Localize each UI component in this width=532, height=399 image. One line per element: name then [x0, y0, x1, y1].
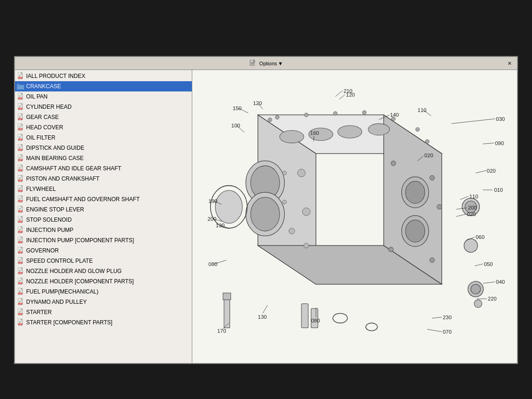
svg-text:PDF: PDF: [18, 118, 23, 120]
sidebar-item-nozzle-holder-component[interactable]: PDF NOZZLE HOLDER [COMPONENT PARTS]: [15, 276, 192, 287]
sidebar-item-stop-solenoid[interactable]: PDF STOP SOLENOID: [15, 215, 192, 225]
svg-text:010: 010: [494, 187, 503, 193]
svg-text:PDF: PDF: [18, 107, 23, 110]
pdf-icon: PDF: [17, 144, 24, 152]
close-button[interactable]: ×: [506, 60, 513, 67]
folder-icon: [17, 83, 24, 90]
pdf-icon: PDF: [17, 319, 24, 326]
svg-text:PDF: PDF: [18, 241, 23, 244]
sidebar-item-head-cover[interactable]: PDF HEAD COVER: [15, 122, 192, 133]
sidebar-item-oil-filter[interactable]: PDF OIL FILTER: [15, 133, 192, 143]
svg-text:PDF: PDF: [18, 302, 23, 305]
svg-line-184: [483, 282, 495, 283]
svg-point-132: [368, 124, 390, 135]
svg-rect-32: [19, 137, 21, 138]
pdf-icon: PDF: [17, 113, 24, 121]
svg-line-178: [456, 214, 466, 217]
sidebar-list[interactable]: PDF IALL PRODUCT INDEX CRANKCASE PDF OIL…: [15, 70, 192, 363]
svg-text:220: 220: [488, 296, 497, 301]
svg-point-166: [333, 313, 347, 323]
svg-rect-22: [19, 117, 21, 117]
svg-rect-82: [19, 240, 21, 240]
title-bar: Options ▼ ×: [15, 57, 517, 70]
svg-text:020: 020: [487, 168, 496, 174]
svg-rect-62: [19, 199, 21, 199]
sidebar-item-flywheel[interactable]: PDF FLYWHEEL: [15, 184, 192, 194]
sidebar-item-dynamo-pulley[interactable]: PDF DYNAMO AND PULLEY: [15, 297, 192, 307]
title-bar-content: Options ▼: [249, 60, 283, 67]
svg-text:110: 110: [418, 107, 427, 113]
svg-text:130: 130: [216, 223, 224, 228]
sidebar-item-starter-component[interactable]: PDF STARTER [COMPONENT PARTS]: [15, 317, 192, 328]
sidebar-item-governor[interactable]: PDF GOVERNOR: [15, 245, 192, 256]
sidebar-item-cylinder-head[interactable]: PDF CYLINDER HEAD: [15, 102, 192, 112]
sidebar-item-oil-pan[interactable]: PDF OIL PAN: [15, 91, 192, 102]
svg-text:140: 140: [390, 112, 399, 118]
sidebar-item-gear-case[interactable]: PDF GEAR CASE: [15, 112, 192, 122]
sidebar-item-dipstick-guide[interactable]: PDF DIPSTICK AND GUIDE: [15, 143, 192, 153]
diagram-area: text.label { font-size: 11px; font-famil…: [192, 70, 517, 363]
svg-rect-52: [19, 178, 21, 179]
sidebar-item-piston-crankshaft[interactable]: PDF PISTON AND CRANKSHAFT: [15, 174, 192, 184]
svg-text:030: 030: [496, 116, 505, 122]
svg-text:100: 100: [231, 123, 240, 128]
sidebar-item-fuel-camshaft-governor[interactable]: PDF FUEL CAMSHAFT AND GOVERNOR SHAFT: [15, 194, 192, 204]
sidebar-item-label: CRANKCASE: [26, 83, 61, 90]
sidebar-item-label: GOVERNOR: [26, 247, 59, 254]
svg-point-134: [275, 115, 279, 119]
document-icon: [249, 60, 257, 67]
svg-line-210: [263, 305, 267, 314]
sidebar-item-starter[interactable]: PDF STARTER: [15, 307, 192, 317]
svg-rect-163: [223, 293, 231, 300]
svg-rect-66: [19, 208, 21, 209]
sidebar-item-main-bearing-case[interactable]: PDF MAIN BEARING CASE: [15, 153, 192, 163]
options-button[interactable]: Options ▼: [259, 61, 283, 66]
svg-text:110: 110: [469, 194, 478, 199]
sidebar-item-fuel-pump-mechanical[interactable]: PDF FUEL PUMP(MECHANICAL): [15, 287, 192, 297]
svg-rect-1: [251, 62, 254, 63]
dropdown-arrow-icon: ▼: [278, 61, 283, 66]
sidebar-item-label: MAIN BEARING CASE: [26, 155, 84, 161]
sidebar-item-label: STARTER [COMPONENT PARTS]: [26, 319, 112, 326]
pdf-icon: PDF: [17, 237, 24, 244]
svg-point-152: [430, 258, 434, 262]
svg-rect-92: [19, 260, 21, 261]
sidebar-item-nozzle-holder-glow-plug[interactable]: PDF NOZZLE HOLDER AND GLOW PLUG: [15, 266, 192, 276]
svg-rect-6: [19, 76, 21, 76]
pdf-icon: PDF: [17, 308, 24, 316]
svg-point-136: [333, 112, 337, 115]
sidebar-item-label: DIPSTICK AND GUIDE: [26, 145, 84, 151]
svg-text:PDF: PDF: [18, 179, 23, 182]
svg-point-149: [391, 161, 396, 166]
svg-text:210: 210: [343, 88, 352, 94]
sidebar-item-engine-stop-lever[interactable]: PDF ENGINE STOP LEVER: [15, 204, 192, 215]
sidebar-item-label: NOZZLE HOLDER AND GLOW PLUG: [26, 268, 122, 274]
sidebar-item-label: SPEED CONTROL PLATE: [26, 258, 93, 264]
svg-text:090: 090: [495, 140, 504, 146]
svg-text:020: 020: [467, 211, 476, 217]
sidebar-item-crankcase[interactable]: CRANKCASE: [15, 81, 192, 91]
svg-text:PDF: PDF: [18, 200, 23, 203]
svg-point-159: [282, 200, 286, 204]
svg-rect-36: [19, 147, 21, 147]
sidebar-item-injection-pump[interactable]: PDF INJECTION PUMP: [15, 225, 192, 235]
svg-point-158: [282, 171, 286, 175]
pdf-icon: PDF: [17, 165, 24, 172]
sidebar-item-speed-control-plate[interactable]: PDF SPEED CONTROL PLATE: [15, 256, 192, 266]
svg-text:170: 170: [217, 328, 226, 334]
svg-text:150: 150: [233, 105, 242, 111]
sidebar-item-label: OIL PAN: [26, 93, 48, 100]
sidebar-item-all-product-index[interactable]: PDF IALL PRODUCT INDEX: [15, 71, 192, 81]
svg-text:PDF: PDF: [18, 272, 23, 274]
sidebar-item-camshaft-idle-gear[interactable]: PDF CAMSHAFT AND IDLE GEAR SHAFT: [15, 163, 192, 174]
svg-point-157: [304, 243, 308, 248]
svg-rect-47: [19, 168, 21, 168]
svg-line-190: [427, 329, 442, 332]
svg-text:PDF: PDF: [18, 97, 23, 100]
sidebar-item-label: INJECTION PUMP [COMPONENT PARTS]: [26, 237, 134, 244]
svg-rect-3: [251, 64, 253, 64]
svg-text:PDF: PDF: [18, 220, 23, 223]
svg-text:200: 200: [468, 205, 477, 210]
svg-text:080: 080: [311, 318, 320, 323]
sidebar-item-injection-pump-component[interactable]: PDF INJECTION PUMP [COMPONENT PARTS]: [15, 235, 192, 245]
